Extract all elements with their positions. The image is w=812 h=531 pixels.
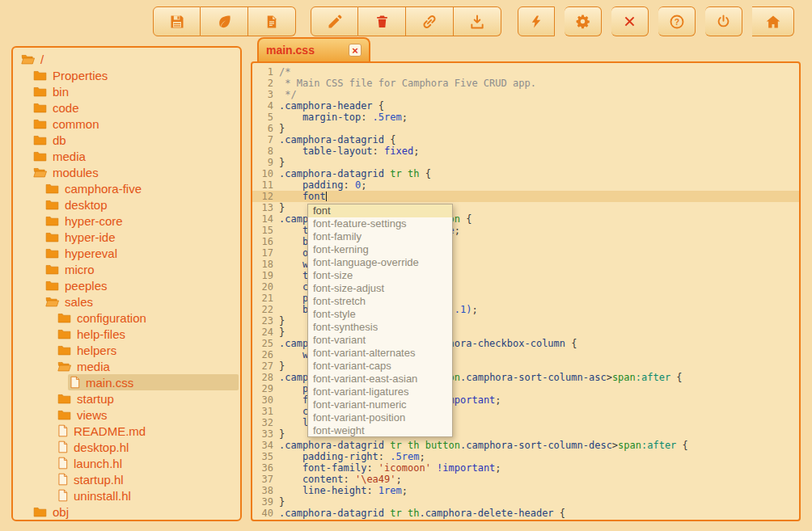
tree-item-label: Properties bbox=[53, 69, 108, 82]
tree-item-startup[interactable]: startup bbox=[15, 390, 239, 407]
autocomplete-item[interactable]: font-family bbox=[308, 230, 452, 243]
autocomplete-item[interactable]: font-feature-settings bbox=[308, 217, 452, 230]
folder-icon bbox=[45, 183, 59, 194]
tree-item-label: configuration bbox=[77, 311, 146, 325]
autocomplete-item[interactable]: font-size bbox=[308, 269, 452, 282]
code-text: } bbox=[279, 327, 285, 338]
tree-item-uninstall.hl[interactable]: uninstall.hl bbox=[15, 487, 239, 504]
tree-item-startup.hl[interactable]: startup.hl bbox=[15, 471, 239, 487]
line-number: 11 bbox=[252, 179, 279, 191]
code-text: content: '\ea49'; bbox=[279, 474, 402, 485]
code-line: 5 margin-top: .5rem; bbox=[252, 112, 799, 123]
autocomplete-item[interactable]: font-variant-ligatures bbox=[308, 386, 452, 398]
download-icon bbox=[469, 14, 485, 30]
link-icon bbox=[421, 14, 438, 30]
home-button[interactable] bbox=[752, 6, 794, 36]
file-button[interactable] bbox=[248, 6, 296, 36]
tree-item-modules[interactable]: modules bbox=[15, 164, 239, 180]
folder-icon bbox=[57, 328, 71, 339]
tree-item-sales[interactable]: sales bbox=[15, 293, 239, 310]
tree-item-Properties[interactable]: Properties bbox=[15, 67, 239, 83]
tree-item-micro[interactable]: micro bbox=[15, 261, 239, 277]
tree-item-media[interactable]: media bbox=[15, 358, 239, 374]
line-number: 18 bbox=[252, 259, 279, 270]
code-text: } bbox=[279, 496, 285, 508]
download-button[interactable] bbox=[454, 6, 501, 36]
line-number: 2 bbox=[252, 78, 279, 89]
tree-item-label: hyper-ide bbox=[65, 230, 116, 244]
power-button[interactable] bbox=[705, 6, 742, 36]
tree-item-camphora-five[interactable]: camphora-five bbox=[15, 180, 239, 196]
tree-item-obj[interactable]: obj bbox=[15, 504, 239, 520]
line-number: 29 bbox=[252, 383, 279, 394]
tree-item-hypereval[interactable]: hypereval bbox=[15, 245, 239, 261]
editor-panel: main.css × 1/*2 * Main CSS file for Camp… bbox=[251, 37, 801, 521]
code-line: 12 font bbox=[252, 191, 799, 202]
autocomplete-item[interactable]: font-weight bbox=[308, 424, 452, 437]
tree-item-desktop[interactable]: desktop bbox=[15, 196, 239, 213]
tree-item-hyper-core[interactable]: hyper-core bbox=[15, 213, 239, 229]
tab-main-css[interactable]: main.css × bbox=[257, 37, 370, 61]
autocomplete-item[interactable]: font-language-override bbox=[308, 256, 452, 269]
line-number: 33 bbox=[252, 428, 279, 440]
autocomplete-item[interactable]: font-variant-numeric bbox=[308, 398, 452, 411]
tree-item-views[interactable]: views bbox=[15, 407, 239, 423]
tree-item-README.md[interactable]: README.md bbox=[15, 423, 239, 439]
tree-item-root[interactable]: / bbox=[15, 51, 239, 67]
tree-item-launch.hl[interactable]: launch.hl bbox=[15, 455, 239, 471]
tree-item-label: modules bbox=[53, 166, 99, 179]
save-button[interactable] bbox=[153, 6, 201, 36]
line-number: 19 bbox=[252, 270, 279, 281]
trash-button[interactable] bbox=[358, 6, 406, 36]
code-line: 36 font-family: 'icomoon' !important; bbox=[252, 462, 799, 474]
folder-icon bbox=[45, 199, 59, 210]
tree-item-helpers[interactable]: helpers bbox=[15, 342, 239, 358]
tree-item-label: sales bbox=[65, 295, 93, 309]
code-editor[interactable]: 1/*2 * Main CSS file for Camphora Five C… bbox=[251, 61, 801, 521]
tree-item-peeples[interactable]: peeples bbox=[15, 277, 239, 293]
autocomplete-item[interactable]: font-variant-east-asian bbox=[308, 373, 452, 386]
tree-item-code[interactable]: code bbox=[15, 99, 239, 116]
line-number: 16 bbox=[252, 236, 279, 247]
autocomplete-item[interactable]: font-variant-caps bbox=[308, 360, 452, 373]
tree-item-common[interactable]: common bbox=[15, 116, 239, 132]
tree-item-db[interactable]: db bbox=[15, 132, 239, 148]
tree-item-media[interactable]: media bbox=[15, 148, 239, 164]
autocomplete-item[interactable]: font-variant-alternates bbox=[308, 347, 452, 360]
code-text: } bbox=[279, 202, 285, 213]
autocomplete-item[interactable]: font-variant-position bbox=[308, 411, 452, 424]
code-line: 39} bbox=[252, 496, 799, 508]
autocomplete-item[interactable]: font-kerning bbox=[308, 243, 452, 256]
tree-item-configuration[interactable]: configuration bbox=[15, 310, 239, 326]
help-button[interactable]: ? bbox=[658, 6, 696, 36]
folder-icon bbox=[33, 150, 47, 162]
line-number: 6 bbox=[252, 123, 279, 134]
autocomplete-item[interactable]: font-size-adjust bbox=[308, 282, 452, 295]
code-text: } bbox=[279, 123, 285, 134]
tree-item-help-files[interactable]: help-files bbox=[15, 326, 239, 342]
code-line: 1/* bbox=[252, 66, 799, 78]
line-number: 5 bbox=[252, 112, 279, 123]
gear-button[interactable] bbox=[565, 6, 602, 36]
tree-item-desktop.hl[interactable]: desktop.hl bbox=[15, 439, 239, 455]
code-text: * Main CSS file for Camphora Five CRUD a… bbox=[279, 78, 536, 89]
leaf-button[interactable] bbox=[201, 6, 248, 36]
autocomplete-item[interactable]: font bbox=[308, 204, 452, 217]
close-button[interactable] bbox=[611, 6, 649, 36]
autocomplete-item[interactable]: font-synthesis bbox=[308, 321, 452, 334]
tree-item-hyper-ide[interactable]: hyper-ide bbox=[15, 229, 239, 245]
folder-icon bbox=[33, 70, 47, 81]
autocomplete-item[interactable]: font-stretch bbox=[308, 295, 452, 308]
line-number: 36 bbox=[252, 462, 279, 474]
autocomplete-item[interactable]: font-variant bbox=[308, 334, 452, 347]
autocomplete-item[interactable]: font-style bbox=[308, 308, 452, 321]
line-number: 26 bbox=[252, 349, 279, 360]
tree-item-bin[interactable]: bin bbox=[15, 83, 239, 99]
tree-item-main.css[interactable]: main.css bbox=[15, 374, 239, 390]
tab-close-button[interactable]: × bbox=[349, 44, 362, 57]
link-button[interactable] bbox=[406, 6, 454, 36]
lightning-button[interactable] bbox=[518, 6, 555, 36]
pencil-button[interactable] bbox=[311, 6, 358, 36]
tree-item-label: peeples bbox=[65, 279, 108, 293]
code-text: */ bbox=[279, 89, 297, 100]
